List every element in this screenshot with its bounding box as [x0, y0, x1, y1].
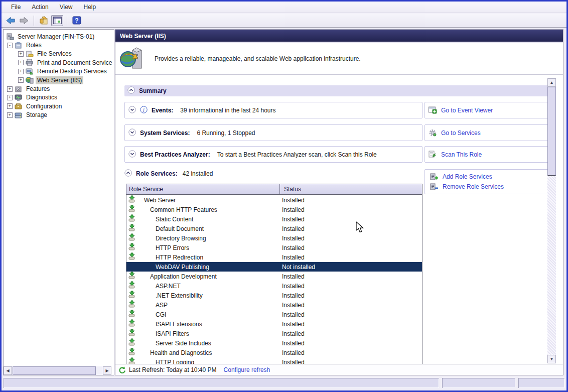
tree-item-file-services[interactable]: + File Services [4, 50, 114, 58]
tree-item-diagnostics[interactable]: + Diagnostics [4, 93, 114, 102]
scrollbar-track[interactable] [547, 176, 556, 355]
tree-item-server-manager[interactable]: Server Manager (FIN-TS-01) [4, 32, 114, 41]
role-service-name: Common HTTP Features [150, 206, 217, 213]
services-label: System Services: [140, 129, 190, 137]
table-row[interactable]: ISAPI Extensions Installed [126, 319, 422, 329]
vertical-scrollbar[interactable]: ▲ ▼ [547, 78, 556, 363]
column-header-status[interactable]: Status [280, 184, 422, 194]
role-service-status: Installed [278, 302, 422, 309]
menu-file[interactable]: File [6, 2, 26, 12]
expand-expander[interactable]: + [18, 51, 24, 57]
table-row[interactable]: ASP.NET Installed [126, 281, 422, 291]
scrollbar-thumb[interactable] [13, 366, 96, 375]
up-one-level-button[interactable] [38, 15, 50, 26]
role-service-status: Installed [278, 273, 422, 280]
scroll-up-arrow[interactable]: ▲ [547, 78, 556, 87]
tree-item-web-server-iis[interactable]: + Web Server (IIS) [4, 76, 114, 84]
collapse-expander[interactable]: - [7, 43, 13, 48]
tree-item-remote-desktop-services[interactable]: + Remote Desktop Services [4, 67, 114, 76]
expand-expander[interactable]: + [18, 60, 24, 65]
show-hide-console-tree-button[interactable] [51, 15, 63, 26]
table-row[interactable]: HTTP Redirection Installed [126, 252, 422, 262]
table-row[interactable]: Application Development Installed [126, 272, 422, 281]
table-row[interactable]: CGI Installed [126, 310, 422, 319]
installed-icon [128, 310, 136, 319]
summary-section-header: Summary [124, 85, 549, 96]
tree-item-label: Print and Document Service [36, 59, 113, 67]
collapse-section-button[interactable] [127, 86, 135, 95]
scroll-left-arrow[interactable]: ◀ [4, 366, 12, 375]
role-service-status: Installed [278, 235, 422, 242]
table-row[interactable]: Default Document Installed [126, 224, 422, 233]
expand-expander[interactable]: + [7, 103, 13, 109]
table-row[interactable]: HTTP Errors Installed [126, 243, 422, 252]
expand-expander[interactable]: + [7, 95, 13, 100]
tree-item-configuration[interactable]: + Configuration [4, 102, 114, 110]
go-to-services-link[interactable]: Go to Services [441, 129, 481, 137]
table-row[interactable]: Health and Diagnostics Installed [126, 348, 422, 357]
expand-expander[interactable]: + [18, 77, 24, 83]
role-service-name: HTTP Logging [156, 359, 194, 364]
role-service-name: .NET Extensibility [156, 292, 203, 299]
toolbar-separator [67, 16, 67, 26]
back-button[interactable] [5, 15, 17, 26]
tree-item-features[interactable]: + Features [4, 84, 114, 93]
configure-refresh-link[interactable]: Configure refresh [224, 366, 270, 373]
expand-expander[interactable]: + [18, 69, 24, 74]
show-hide-console-tree-icon [53, 17, 62, 24]
scrollbar-thumb[interactable] [547, 87, 556, 176]
tree-horizontal-scrollbar[interactable]: ◀ ▶ [4, 366, 111, 375]
expand-row-button[interactable] [128, 150, 136, 159]
table-row[interactable]: .NET Extensibility Installed [126, 291, 422, 300]
scroll-down-arrow[interactable]: ▼ [547, 355, 556, 363]
scrollbar-track[interactable] [96, 366, 103, 375]
table-row[interactable]: ISAPI Filters Installed [126, 329, 422, 338]
event-viewer-icon [429, 106, 437, 114]
status-bar [3, 377, 565, 389]
status-segment [518, 378, 564, 388]
expand-row-button[interactable] [128, 128, 136, 138]
expand-row-button[interactable] [128, 106, 136, 115]
role-service-status: Installed [278, 311, 422, 318]
table-row[interactable]: HTTP Logging Installed [126, 357, 422, 364]
remove-role-services-link[interactable]: Remove Role Services [443, 183, 504, 190]
roles-icon [15, 42, 23, 49]
role-service-status: Installed [278, 216, 422, 223]
table-row[interactable]: Server Side Includes Installed [126, 338, 422, 348]
installed-icon [128, 224, 136, 233]
add-role-services-icon [430, 173, 439, 181]
forward-button[interactable] [18, 15, 30, 26]
go-to-event-viewer-link[interactable]: Go to Event Viewer [441, 107, 493, 114]
menu-action[interactable]: Action [26, 2, 54, 12]
table-row-selected[interactable]: WebDAV Publishing Not installed [126, 262, 422, 272]
installed-icon [128, 243, 136, 252]
toolbar: ? [2, 14, 566, 28]
scroll-right-arrow[interactable]: ▶ [103, 366, 111, 375]
tree-item-print-services[interactable]: + Print and Document Service [4, 58, 114, 67]
table-row[interactable]: Static Content Installed [126, 214, 422, 224]
tree-item-storage[interactable]: + Storage [4, 111, 114, 119]
table-row[interactable]: Directory Browsing Installed [126, 233, 422, 243]
tree-item-roles[interactable]: - Roles [4, 41, 114, 49]
table-row[interactable]: Common HTTP Features Installed [126, 205, 422, 214]
tree-item-label: Web Server (IIS) [36, 76, 83, 84]
role-service-name: Server Side Includes [156, 340, 211, 347]
help-button[interactable]: ? [71, 15, 83, 26]
scan-this-role-link[interactable]: Scan This Role [441, 151, 482, 158]
installed-icon [128, 252, 136, 262]
expand-expander[interactable]: + [7, 112, 13, 118]
table-row[interactable]: Web Server Installed [126, 195, 422, 205]
add-role-services-link[interactable]: Add Role Services [443, 173, 492, 180]
collapse-section-button[interactable] [124, 169, 132, 178]
menu-view[interactable]: View [54, 2, 78, 12]
events-label: Events: [152, 107, 173, 114]
column-header-role-service[interactable]: Role Service [126, 184, 280, 194]
role-services-section-header: Role Services: 42 installed [124, 169, 213, 179]
role-services-count: 42 installed [183, 170, 213, 177]
expand-expander[interactable]: + [7, 86, 13, 92]
menu-help[interactable]: Help [78, 2, 102, 12]
table-row[interactable]: ASP Installed [126, 300, 422, 310]
role-service-status: Installed [278, 225, 422, 232]
refresh-bar: Last Refresh: Today at 10:40 PM Configur… [115, 364, 563, 375]
configuration-icon [15, 102, 23, 110]
